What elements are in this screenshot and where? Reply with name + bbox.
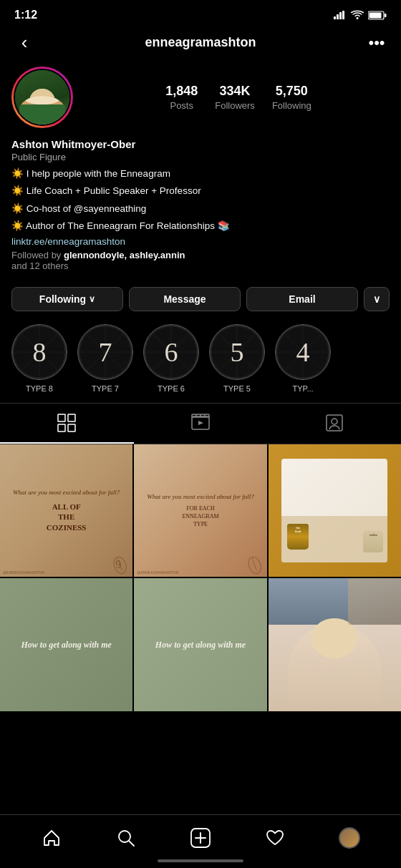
svg-rect-34 bbox=[68, 414, 75, 421]
svg-rect-0 bbox=[334, 16, 336, 19]
highlight-circle-type7: 7 bbox=[77, 324, 133, 380]
create-icon bbox=[190, 828, 211, 848]
svg-rect-3 bbox=[342, 11, 344, 19]
followers-stat[interactable]: 334K Followers bbox=[215, 84, 255, 111]
highlight-label-8: TYPE 8 bbox=[26, 384, 53, 393]
highlight-circle-type6: 6 bbox=[143, 324, 199, 380]
highlight-label-4: TYP... bbox=[292, 384, 313, 393]
svg-rect-36 bbox=[68, 424, 75, 431]
profile-section: 1,848 Posts 334K Followers 5,750 Followi… bbox=[0, 61, 401, 280]
status-time: 1:12 bbox=[14, 9, 37, 21]
highlight-label-5: TYPE 5 bbox=[223, 384, 251, 393]
profile-name: Ashton Whitmoyer-Ober bbox=[11, 138, 390, 150]
highlight-circle-type8: 8 bbox=[11, 324, 67, 380]
svg-point-4 bbox=[357, 17, 359, 19]
svg-rect-33 bbox=[58, 414, 65, 421]
tagged-icon bbox=[325, 414, 344, 432]
grid-post-4[interactable]: How to get along with me bbox=[0, 578, 132, 711]
back-button[interactable]: ‹ bbox=[11, 31, 37, 54]
status-icons bbox=[334, 10, 387, 20]
svg-line-49 bbox=[129, 841, 134, 846]
status-bar: 1:12 bbox=[0, 0, 401, 26]
following-button[interactable]: Following ∨ bbox=[11, 287, 123, 311]
message-button[interactable]: Message bbox=[129, 287, 241, 311]
leaf-decoration-2 bbox=[244, 554, 264, 574]
signal-icon bbox=[334, 11, 347, 19]
heart-icon bbox=[266, 829, 284, 847]
profile-username: enneagramashton bbox=[37, 35, 364, 50]
nav-search-button[interactable] bbox=[110, 822, 142, 854]
profile-category: Public Figure bbox=[11, 152, 390, 162]
dropdown-icon: ∨ bbox=[373, 293, 380, 305]
svg-point-43 bbox=[332, 419, 337, 424]
post5-text: How to get along with me bbox=[148, 632, 253, 658]
posts-count: 1,848 bbox=[165, 84, 198, 99]
svg-rect-2 bbox=[339, 12, 342, 19]
bio-line-4: ☀️ Author of The Enneagram For Relations… bbox=[11, 219, 390, 233]
post1-handle: @ENNEAGRAMASHTON bbox=[3, 570, 44, 575]
bio-line-1: ☀️ I help people with the Enneagram bbox=[11, 167, 390, 181]
posts-label: Posts bbox=[170, 100, 193, 111]
message-label: Message bbox=[163, 293, 206, 305]
email-button[interactable]: Email bbox=[246, 287, 358, 311]
grid-post-6[interactable] bbox=[269, 578, 401, 711]
dropdown-button[interactable]: ∨ bbox=[364, 287, 390, 311]
following-chevron-icon: ∨ bbox=[89, 294, 95, 304]
battery-icon bbox=[368, 11, 387, 20]
highlight-type7[interactable]: 7 TYPE 7 bbox=[77, 324, 133, 393]
action-buttons: Following ∨ Message Email ∨ bbox=[0, 280, 401, 320]
product-box: thelimit trellis bbox=[281, 459, 387, 562]
highlight-label-7: TYPE 7 bbox=[92, 384, 119, 393]
content-tabs bbox=[0, 403, 401, 444]
nav-create-button[interactable] bbox=[185, 822, 216, 854]
post2-sub-text: FOR EACHENNEAGRAMTYPE bbox=[147, 504, 253, 529]
bio-followed-by: Followed by glennondoyle, ashley.annin a… bbox=[11, 250, 390, 271]
back-icon: ‹ bbox=[21, 31, 28, 54]
home-icon bbox=[42, 829, 61, 847]
wifi-icon bbox=[351, 10, 364, 20]
bio-link[interactable]: linktr.ee/enneagramashton bbox=[11, 236, 390, 247]
tab-tagged[interactable] bbox=[267, 404, 401, 444]
more-options-button[interactable]: ••• bbox=[364, 34, 390, 52]
posts-stat[interactable]: 1,848 Posts bbox=[165, 84, 198, 111]
nav-home-button[interactable] bbox=[36, 822, 67, 854]
grid-post-3[interactable]: thelimit trellis bbox=[269, 444, 401, 577]
grid-post-1[interactable]: What are you most excited about for fall… bbox=[0, 444, 132, 577]
bio-line-2: ☀️ Life Coach + Public Speaker + Profess… bbox=[11, 184, 390, 198]
highlight-type6[interactable]: 6 TYPE 6 bbox=[143, 324, 199, 393]
followed-by-label: Followed by bbox=[11, 250, 64, 260]
story-highlights: 8 TYPE 8 7 bbox=[0, 320, 401, 403]
home-indicator bbox=[0, 857, 401, 868]
highlight-type5[interactable]: 5 TYPE 5 bbox=[209, 324, 265, 393]
svg-rect-7 bbox=[385, 14, 387, 17]
post1-top-text: What are you most excited about for fall… bbox=[13, 489, 120, 497]
avatar[interactable] bbox=[11, 67, 73, 128]
highlight-label-6: TYPE 6 bbox=[158, 384, 185, 393]
follower-names: glennondoyle, ashley.annin bbox=[64, 250, 185, 260]
post1-bottom-text: ALL OFTHECOZINESS bbox=[13, 502, 120, 532]
grid-icon bbox=[57, 414, 76, 432]
post2-handle: @ENNEAGRAMASHTON bbox=[137, 570, 178, 575]
nav-profile-button[interactable] bbox=[334, 822, 365, 854]
tab-reels[interactable] bbox=[134, 404, 268, 444]
svg-rect-6 bbox=[369, 12, 382, 18]
reels-icon bbox=[191, 414, 210, 432]
svg-line-47 bbox=[251, 557, 256, 571]
following-label: Following bbox=[272, 100, 311, 111]
profile-top: 1,848 Posts 334K Followers 5,750 Followi… bbox=[11, 67, 390, 128]
nav-profile-avatar bbox=[339, 827, 360, 849]
grid-post-2[interactable]: What are you most excited about for fall… bbox=[134, 444, 266, 577]
following-stat[interactable]: 5,750 Following bbox=[272, 84, 311, 111]
other-followers: and 12 others bbox=[11, 260, 69, 271]
email-label: Email bbox=[289, 293, 315, 305]
following-label: Following bbox=[39, 293, 86, 305]
more-icon: ••• bbox=[368, 34, 385, 52]
grid-post-5[interactable]: How to get along with me bbox=[134, 578, 266, 711]
tab-grid[interactable] bbox=[0, 404, 134, 444]
highlight-type8[interactable]: 8 TYPE 8 bbox=[11, 324, 67, 393]
post4-text: How to get along with me bbox=[14, 632, 118, 658]
home-bar bbox=[158, 859, 243, 862]
highlight-type4[interactable]: 4 TYP... bbox=[275, 324, 331, 393]
search-icon bbox=[117, 829, 135, 847]
nav-activity-button[interactable] bbox=[259, 822, 291, 854]
